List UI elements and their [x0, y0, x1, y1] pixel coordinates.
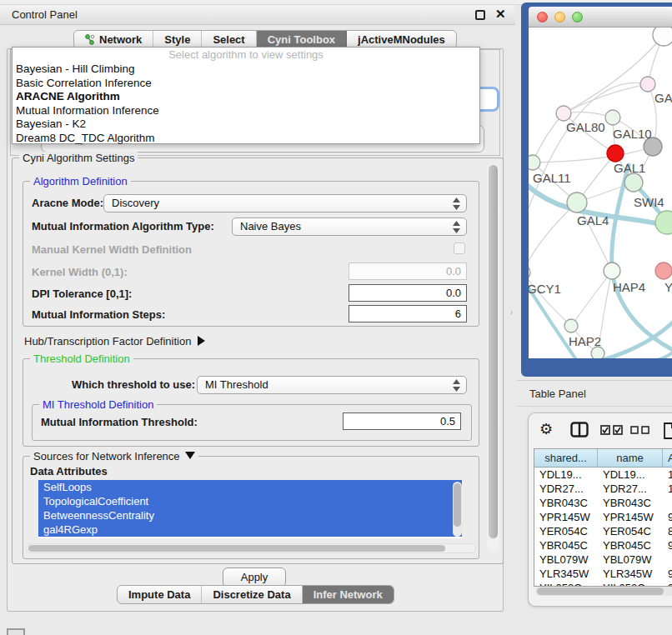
- table-cell: YIL052C: [598, 581, 663, 587]
- hub-definition-expander[interactable]: Hub/Transcription Factor Definition: [24, 335, 205, 348]
- tab-network[interactable]: Network: [74, 31, 153, 48]
- split-columns-icon[interactable]: [570, 422, 589, 438]
- aracne-mode-combobox[interactable]: Discovery: [103, 194, 467, 212]
- dpi-tolerance-label: DPI Tolerance [0,1]:: [32, 288, 132, 300]
- combo-updown-arrows-icon: [453, 379, 460, 392]
- panel-splitter-grip[interactable]: ›: [510, 308, 516, 317]
- algorithm-option-aracne-algorithm[interactable]: ARACNE Algorithm: [13, 90, 479, 104]
- network-node-gal4[interactable]: [567, 192, 587, 212]
- table-cell: YDL19...: [534, 468, 598, 482]
- algorithm-option-dream8-dc-tdc-algorithm[interactable]: Dream8 DC_TDC Algorithm: [13, 132, 479, 146]
- deselect-all-checkboxes-icon[interactable]: [630, 426, 652, 434]
- network-canvas[interactable]: GALGAL80GAL10GAL11GAL1GAL4SWI4HAP4YGCY1H…: [529, 28, 672, 358]
- zoom-traffic-light[interactable]: [572, 12, 583, 22]
- collapsed-panel-fragment[interactable]: [7, 628, 25, 635]
- table-row[interactable]: YIL052CYIL052C9: [534, 581, 672, 587]
- data-attribute-gal4rgexp[interactable]: gal4RGexp: [38, 522, 462, 537]
- network-node-hap2[interactable]: [564, 319, 578, 332]
- table-row[interactable]: YER054CYER054C8.: [534, 524, 672, 538]
- data-attributes-label: Data Attributes: [30, 465, 108, 478]
- tab-select[interactable]: Select: [202, 31, 256, 48]
- node-label-hap4: HAP4: [613, 280, 645, 294]
- attributes-scrollbar-horizontal[interactable]: [26, 543, 476, 553]
- column-header-shared[interactable]: shared...: [534, 449, 598, 468]
- which-threshold-combobox[interactable]: MI Threshold: [197, 376, 467, 394]
- column-header-a[interactable]: A: [663, 449, 672, 468]
- algorithm-option-bayesian-k2[interactable]: Bayesian - K2: [13, 118, 479, 132]
- settings-gear-icon[interactable]: ⚙: [539, 422, 553, 437]
- network-node-y[interactable]: [655, 262, 672, 279]
- network-node[interactable]: [653, 28, 672, 46]
- table-row[interactable]: YBR045CYBR045C9.: [534, 538, 672, 552]
- column-header-name[interactable]: name: [598, 449, 663, 468]
- tab-cyni-toolbox[interactable]: Cyni Toolbox: [257, 31, 347, 48]
- table-cell: YBR045C: [534, 538, 598, 552]
- table-row[interactable]: YBR043CYBR043C: [534, 496, 672, 510]
- new-table-icon[interactable]: [664, 422, 672, 439]
- table-row[interactable]: YBL079WYBL079W: [534, 552, 672, 567]
- network-node-hap4[interactable]: [604, 262, 620, 279]
- network-window-titlebar[interactable]: [529, 7, 672, 28]
- data-attribute-topologicalcoefficient[interactable]: TopologicalCoefficient: [38, 494, 462, 508]
- network-node-gal11[interactable]: [529, 155, 540, 170]
- algorithm-definition-group: Algorithm Definition Aracne Mode: Discov…: [23, 181, 479, 327]
- close-icon[interactable]: ✕: [495, 7, 506, 22]
- algorithm-option-mutual-information-inference[interactable]: Mutual Information Inference: [13, 104, 479, 118]
- tab-impute-data[interactable]: Impute Data: [118, 586, 202, 603]
- table-cell: 9.: [663, 510, 672, 524]
- select-all-checkboxes-icon[interactable]: [600, 425, 624, 435]
- float-window-icon[interactable]: [475, 10, 485, 20]
- manual-kernel-checkbox[interactable]: [454, 242, 465, 254]
- attributes-hscroll-thumb[interactable]: [28, 545, 445, 552]
- control-panel-titlebar: Control Panel ✕: [0, 5, 515, 25]
- node-label-gcy1: GCY1: [529, 282, 561, 296]
- tab-style[interactable]: Style: [153, 31, 202, 48]
- attributes-scrollbar-vertical[interactable]: [453, 482, 462, 537]
- network-node-gcy1[interactable]: [529, 265, 530, 280]
- tab-label: Style: [164, 33, 190, 46]
- table-cell: YER054C: [534, 524, 598, 538]
- dpi-tolerance-field[interactable]: 0.0: [349, 284, 467, 302]
- sources-title[interactable]: Sources for Network Inference: [30, 450, 198, 462]
- attributes-vscroll-thumb[interactable]: [454, 483, 461, 527]
- table-row[interactable]: YPR145WYPR145W9.: [534, 510, 672, 524]
- data-attributes-list[interactable]: SelfLoopsTopologicalCoefficientBetweenne…: [38, 480, 462, 538]
- table-cell: YBR045C: [598, 538, 663, 552]
- tab-jactivemnodules[interactable]: jActiveMNodules: [347, 31, 456, 48]
- mi-steps-field[interactable]: 6: [349, 305, 467, 322]
- table-hscroll-thumb[interactable]: [537, 588, 664, 595]
- mi-threshold-definition-title: MI Threshold Definition: [39, 398, 157, 411]
- threshold-definition-title: Threshold Definition: [30, 352, 133, 365]
- table-cell: YER054C: [598, 524, 663, 538]
- network-node-gal1[interactable]: [624, 173, 643, 192]
- mi-type-combobox[interactable]: Naive Bayes: [232, 218, 467, 236]
- settings-scrollbar-thumb[interactable]: [489, 165, 498, 538]
- node-label-hap2: HAP2: [569, 334, 601, 348]
- tab-infer-network[interactable]: Infer Network: [303, 586, 394, 603]
- algorithm-option-bayesian-hill-climbing[interactable]: Bayesian - Hill Climbing: [13, 62, 479, 77]
- table-scrollbar-horizontal[interactable]: [535, 587, 672, 596]
- close-traffic-light[interactable]: [537, 12, 548, 22]
- table-row[interactable]: YDR27...YDR27...12: [534, 482, 672, 496]
- data-attribute-betweennesscentrality[interactable]: BetweennessCentrality: [38, 508, 462, 522]
- mi-threshold-field[interactable]: 0.5: [343, 412, 461, 430]
- network-node-gal80[interactable]: [556, 106, 571, 121]
- data-attribute-selfloops[interactable]: SelfLoops: [38, 480, 462, 494]
- network-node-swi4[interactable]: [655, 211, 672, 234]
- table-cell: [663, 552, 672, 567]
- settings-scrollbar[interactable]: [487, 163, 499, 552]
- network-view-window[interactable]: GALGAL80GAL10GAL11GAL1GAL4SWI4HAP4YGCY1H…: [521, 2, 672, 377]
- network-node[interactable]: [591, 347, 604, 358]
- table-row[interactable]: YDL19...YDL19...13: [534, 468, 672, 482]
- table-row[interactable]: YLR345WYLR345W9.: [534, 567, 672, 581]
- tab-discretize-data[interactable]: Discretize Data: [202, 586, 302, 603]
- mi-type-label: Mutual Information Algorithm Type:: [32, 220, 214, 232]
- kernel-width-field[interactable]: 0.0: [349, 262, 467, 280]
- minimize-traffic-light[interactable]: [554, 12, 565, 22]
- network-node-gal10[interactable]: [605, 110, 620, 125]
- network-node-gal[interactable]: [640, 77, 655, 92]
- network-node[interactable]: [607, 145, 624, 162]
- algorithm-option-basic-correlation-inference[interactable]: Basic Correlation Inference: [13, 77, 479, 91]
- threshold-definition-group: Threshold Definition Which threshold to …: [23, 358, 479, 447]
- control-panel-title: Control Panel: [12, 8, 78, 21]
